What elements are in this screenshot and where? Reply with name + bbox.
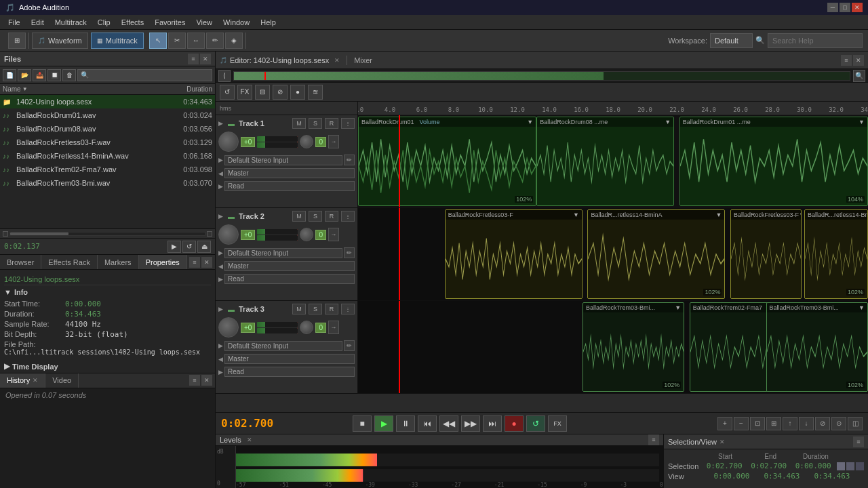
track-1-settings-btn[interactable]: ⋮ [341, 118, 355, 129]
toolbar-grid-btn[interactable]: ⊞ [8, 33, 26, 49]
track-2-record-btn[interactable]: R [325, 211, 338, 222]
mini-play-btn[interactable]: ▶ [167, 241, 181, 253]
list-item[interactable]: ♪♪ BalladRockFretless03-F.wav 0:03.129 [0, 136, 215, 149]
pencil-tool-button[interactable]: ✏ [206, 33, 224, 49]
track-1-clip-1[interactable]: BalladRockDrum01 Volume ▼ 102% [358, 117, 536, 206]
track-3-content[interactable]: BalladRockTrem03-Bmi... ▼ 102% [358, 301, 868, 393]
props-info-title[interactable]: ▼ Info [4, 288, 211, 296]
track-2-pan-knob[interactable] [300, 228, 313, 241]
track-1-output-select[interactable]: Master [224, 168, 355, 178]
track-3-input-edit[interactable]: ✏ [344, 340, 355, 351]
track-tool-record[interactable]: ● [290, 85, 305, 100]
track-3-record-btn[interactable]: R [325, 304, 338, 314]
close-button[interactable]: ✕ [852, 3, 863, 12]
zoom-full-btn[interactable]: ⟨ [218, 70, 231, 82]
track-tool-mix[interactable]: ≋ [308, 85, 323, 100]
files-panel-close-btn[interactable]: ✕ [200, 54, 211, 64]
razor-tool-button[interactable]: ✂ [168, 33, 186, 49]
mini-eject-btn[interactable]: ⏏ [197, 241, 211, 253]
props-time-display-title[interactable]: ▶ Time Display [4, 362, 211, 371]
menu-window[interactable]: Window [218, 17, 255, 28]
history-panel-menu-btn[interactable]: ≡ [189, 375, 200, 386]
track-3-pan-value[interactable]: 0 [315, 323, 326, 333]
track-2-mute-btn[interactable]: M [292, 211, 306, 222]
transport-play-btn[interactable]: ▶ [374, 415, 393, 432]
track-2-clip-3[interactable]: BalladRockFretless03-F ▼ [730, 209, 802, 299]
track-3-output-select[interactable]: Master [224, 354, 355, 364]
editor-panel-close-btn[interactable]: ✕ [853, 55, 864, 66]
files-scroll-left[interactable] [3, 231, 8, 237]
menu-effects[interactable]: Effects [116, 17, 149, 28]
open-file-btn[interactable]: 📂 [18, 69, 31, 81]
track-2-solo-btn[interactable]: S [309, 211, 322, 222]
track-1-clip-2[interactable]: BalladRockDrum08 ...me ▼ [536, 117, 674, 206]
transport-forward-btn[interactable]: ▶▶ [461, 415, 480, 432]
files-scroll-right[interactable] [207, 231, 212, 237]
zoom-v-in-btn[interactable]: ↑ [783, 417, 797, 430]
track-3-expand[interactable]: ▶ [218, 306, 225, 312]
selview-selection-start[interactable]: 0:02.700 [703, 462, 745, 470]
list-item[interactable]: ♪♪ BalladRockTrem02-Fma7.wav 0:03.098 [0, 163, 215, 176]
select-tool-button[interactable]: ↖ [149, 33, 167, 49]
list-item[interactable]: ♪♪ BalladRockFretless14-BminA.wav 0:06.1… [0, 149, 215, 163]
track-3-mute-btn[interactable]: M [292, 304, 306, 314]
new-file-btn[interactable]: 📄 [3, 69, 16, 81]
track-1-fx-send[interactable]: → [328, 135, 339, 148]
track-2-fx-send[interactable]: → [328, 228, 339, 241]
track-2-mode-select[interactable]: Read [224, 274, 355, 284]
list-item[interactable]: 📁 1402-Using loops.sesx 0:34.463 [0, 95, 215, 108]
track-tool-clip-mute[interactable]: ⊘ [273, 85, 288, 100]
selview-tab-close[interactable]: ✕ [719, 439, 725, 445]
mini-loop-btn[interactable]: ↺ [182, 241, 196, 253]
zoom-in-btn[interactable]: 🔍 [853, 70, 865, 82]
track-3-fx-send[interactable]: → [328, 321, 339, 334]
transport-back-btn[interactable]: ◀◀ [439, 415, 458, 432]
mixer-tab[interactable]: Mixer [354, 56, 372, 64]
transport-fx-btn[interactable]: FX [548, 415, 567, 432]
props-panel-close-btn[interactable]: ✕ [201, 257, 212, 268]
track-1-volume-value[interactable]: +0 [241, 137, 255, 147]
waveform-mode-button[interactable]: 🎵 Waveform [32, 33, 88, 49]
track-2-pan-value[interactable]: 0 [315, 230, 326, 240]
track-tool-fx[interactable]: FX [237, 85, 252, 100]
track-3-mode-select[interactable]: Read [224, 367, 355, 377]
move-tool-button[interactable]: ↔ [187, 33, 205, 49]
history-tab-close[interactable]: ✕ [33, 377, 38, 384]
track-2-content[interactable]: BalladRockFretless03-F ▼ Ball [358, 208, 868, 300]
transport-record-btn[interactable]: ● [505, 415, 524, 432]
track-3-clip-3[interactable]: BalladRockTrem03-Bmi... ▼ 102% [766, 302, 868, 392]
track-3-solo-btn[interactable]: S [309, 304, 322, 314]
selview-view-duration[interactable]: 0:34.463 [808, 472, 856, 481]
track-2-volume-value[interactable]: +0 [241, 230, 255, 240]
track-tool-undo[interactable]: ↺ [220, 85, 235, 100]
tab-history[interactable]: History ✕ [0, 373, 45, 388]
menu-view[interactable]: View [191, 17, 218, 28]
track-1-clip-3[interactable]: BalladRockDrum01 ...me ▼ 104% [679, 117, 868, 206]
track-1-input-select[interactable]: Default Stereo Input [224, 155, 342, 165]
track-3-input-select[interactable]: Default Stereo Input [224, 341, 342, 351]
track-1-pan-knob[interactable] [300, 135, 313, 148]
maximize-button[interactable]: □ [840, 3, 850, 12]
menu-edit[interactable]: Edit [26, 17, 50, 28]
selview-panel-menu-btn[interactable]: ≡ [853, 436, 864, 447]
menu-favorites[interactable]: Favorites [149, 17, 191, 28]
search-input[interactable] [768, 33, 863, 48]
menu-clip[interactable]: Clip [92, 17, 116, 28]
transport-end-btn[interactable]: ⏭ [483, 415, 502, 432]
track-3-volume-value[interactable]: +0 [241, 323, 255, 333]
track-2-output-select[interactable]: Master [224, 261, 355, 271]
zoom-v-out-btn[interactable]: ↓ [799, 417, 814, 430]
track-2-clip-1[interactable]: BalladRockFretless03-F ▼ [445, 209, 583, 299]
open-append-btn[interactable]: 📥 [33, 69, 46, 81]
list-item[interactable]: ♪♪ BalladRockDrum08.wav 0:03.056 [0, 122, 215, 136]
track-2-clip-4[interactable]: BalladR...retless14-BminA ▼ 102% [804, 209, 868, 299]
track-1-pan-value[interactable]: 0 [315, 137, 326, 147]
track-1-volume-knob[interactable] [218, 131, 239, 152]
editor-tab-close[interactable]: ✕ [334, 57, 340, 64]
list-item[interactable]: ♪♪ BalladRockDrum01.wav 0:03.024 [0, 108, 215, 122]
list-item[interactable]: ♪♪ BalladRockTrem03-Bmi.wav 0:03.070 [0, 176, 215, 190]
selview-selection-duration[interactable]: 0:00.000 [792, 462, 834, 470]
scrub-tool-button[interactable]: ◈ [225, 33, 243, 49]
tab-markers[interactable]: Markers [98, 255, 139, 269]
selview-selection-end[interactable]: 0:02.700 [748, 462, 790, 470]
